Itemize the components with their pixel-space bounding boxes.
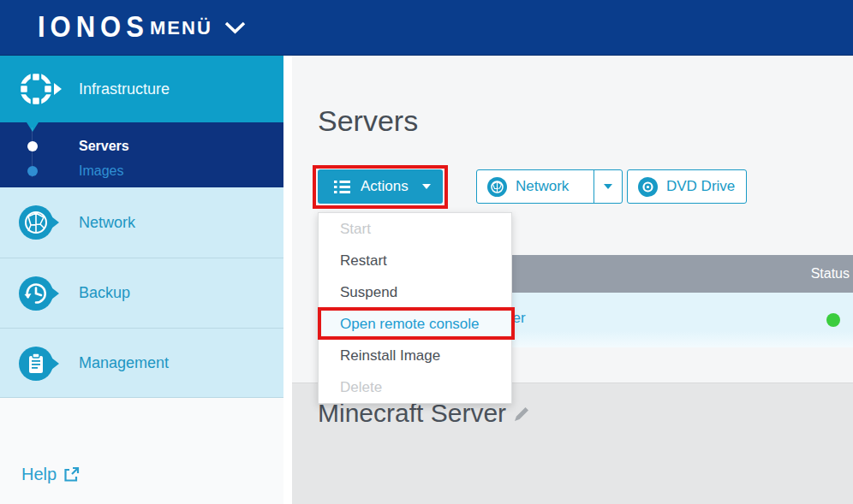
sidebar-item-network[interactable]: Network	[0, 187, 283, 258]
sidebar-scrollbar-gutter[interactable]	[283, 56, 292, 504]
menu-label: MENÜ	[150, 17, 212, 39]
submenu-caret	[27, 122, 39, 132]
management-clipboard-icon	[19, 347, 53, 384]
icon-tail	[51, 358, 59, 370]
menu-item-reinstall-image[interactable]: Reinstall Image	[319, 340, 511, 371]
bullet-icon	[27, 166, 38, 176]
status-dot-green	[826, 313, 840, 327]
dvd-disc-icon	[638, 177, 658, 197]
menu-item-start: Start	[319, 213, 511, 245]
chevron-down-icon	[604, 184, 612, 189]
sidebar: Infrastructure Servers Images	[0, 56, 283, 504]
infrastructure-icon	[17, 70, 55, 111]
menu-item-delete: Delete	[319, 371, 511, 403]
edit-pencil-icon[interactable]	[515, 406, 529, 421]
sidebar-item-backup[interactable]: Backup	[0, 258, 283, 329]
menu-item-restart[interactable]: Restart	[319, 245, 511, 276]
sidebar-subitem-images[interactable]: Images	[0, 158, 283, 183]
external-link-icon	[63, 466, 80, 483]
network-button-label: Network	[516, 178, 569, 195]
sidebar-item-label: Management	[79, 329, 169, 397]
status-column-header: Status	[811, 266, 853, 282]
subitem-label: Servers	[79, 139, 129, 154]
actions-button-label: Actions	[361, 178, 409, 195]
dvd-drive-button[interactable]: DVD Drive	[627, 169, 747, 204]
network-globe-icon	[487, 177, 507, 197]
menu-item-suspend[interactable]: Suspend	[319, 276, 511, 308]
sidebar-item-label: Backup	[79, 258, 130, 328]
dvd-button-label: DVD Drive	[666, 178, 735, 195]
menu-toggle[interactable]: MENÜ	[150, 0, 246, 56]
main-content: Servers Actions	[292, 0, 853, 504]
bullet-icon	[27, 141, 38, 151]
sidebar-item-management[interactable]: Management	[0, 329, 283, 398]
help-link[interactable]: Help	[21, 465, 80, 484]
icon-tail	[51, 216, 59, 228]
sidebar-subitem-servers[interactable]: Servers	[0, 133, 283, 158]
cloud-panel-app: IONOS MENÜ In	[0, 0, 853, 504]
help-label: Help	[21, 465, 57, 484]
sidebar-submenu: Servers Images	[0, 122, 283, 187]
icon-tail	[51, 288, 59, 299]
list-icon	[334, 181, 350, 193]
network-button[interactable]: Network	[477, 170, 594, 203]
ionos-logo[interactable]: IONOS	[38, 10, 149, 44]
chevron-down-icon	[224, 21, 246, 34]
menu-item-open-remote-console[interactable]: Open remote console	[319, 308, 511, 340]
network-dropdown-toggle[interactable]	[594, 170, 622, 203]
network-split-button: Network	[476, 169, 623, 204]
chevron-down-icon	[422, 184, 431, 189]
icon-tail	[54, 83, 62, 95]
page-title: Servers	[318, 104, 418, 138]
sidebar-item-infrastructure[interactable]: Infrastructure	[0, 56, 283, 122]
actions-button[interactable]: Actions	[318, 169, 443, 204]
network-globe-icon	[19, 205, 53, 243]
subitem-label: Images	[79, 163, 123, 179]
sidebar-item-label: Network	[79, 187, 135, 258]
actions-dropdown-menu: Start Restart Suspend Open remote consol…	[318, 212, 512, 404]
sidebar-item-label: Infrastructure	[79, 56, 170, 122]
backup-history-icon	[19, 276, 53, 314]
